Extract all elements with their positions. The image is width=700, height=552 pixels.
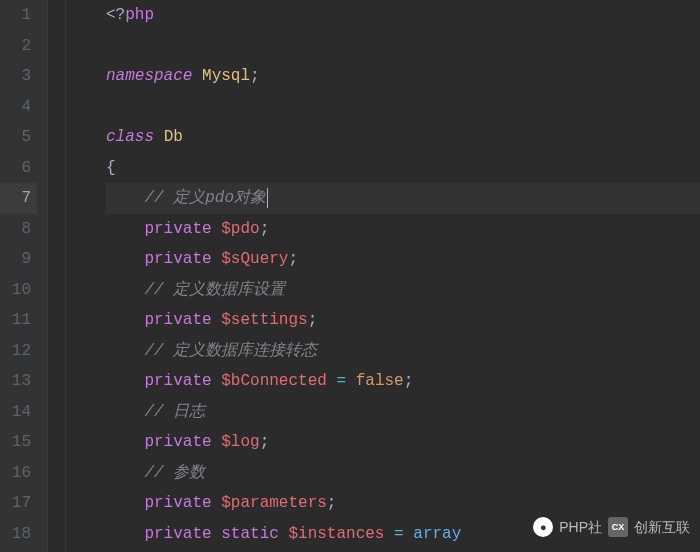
line-number: 9 (0, 244, 37, 275)
line-number: 4 (0, 92, 37, 123)
code-line[interactable]: // 定义数据库连接转态 (106, 336, 700, 367)
watermark: ● PHP社 CX 创新互联 (533, 512, 690, 543)
code-line[interactable]: <?php (106, 0, 700, 31)
code-line[interactable] (106, 31, 700, 62)
code-line[interactable]: private $log; (106, 427, 700, 458)
line-number: 5 (0, 122, 37, 153)
code-line[interactable]: namespace Mysql; (106, 61, 700, 92)
line-number: 13 (0, 366, 37, 397)
code-area[interactable]: <?phpnamespace Mysql;class Db{ // 定义pdo对… (66, 0, 700, 552)
fold-column (48, 0, 66, 552)
code-line[interactable]: // 定义数据库设置 (106, 275, 700, 306)
code-line[interactable]: private $settings; (106, 305, 700, 336)
line-number: 18 (0, 519, 37, 550)
line-number: 17 (0, 488, 37, 519)
line-number: 6 (0, 153, 37, 184)
code-line[interactable]: private $pdo; (106, 214, 700, 245)
line-number: 12 (0, 336, 37, 367)
line-number: 3 (0, 61, 37, 92)
line-number-gutter: 123456789101112131415161718 (0, 0, 48, 552)
wechat-icon: ● (533, 517, 553, 537)
line-number: 8 (0, 214, 37, 245)
line-number: 2 (0, 31, 37, 62)
text-cursor (267, 188, 268, 208)
code-line[interactable]: // 日志 (106, 397, 700, 428)
code-line[interactable]: private $sQuery; (106, 244, 700, 275)
code-line[interactable]: class Db (106, 122, 700, 153)
line-number: 16 (0, 458, 37, 489)
code-line[interactable]: private $bConnected = false; (106, 366, 700, 397)
line-number: 15 (0, 427, 37, 458)
cx-icon: CX (608, 517, 628, 537)
watermark-text-2: 创新互联 (634, 512, 690, 543)
line-number: 10 (0, 275, 37, 306)
line-number: 14 (0, 397, 37, 428)
watermark-text-1: PHP社 (559, 512, 602, 543)
code-line[interactable]: // 定义pdo对象 (106, 183, 700, 214)
code-line[interactable]: { (106, 153, 700, 184)
line-number: 11 (0, 305, 37, 336)
code-line[interactable]: // 参数 (106, 458, 700, 489)
code-editor[interactable]: 123456789101112131415161718 <?phpnamespa… (0, 0, 700, 552)
code-line[interactable] (106, 92, 700, 123)
line-number: 7 (0, 183, 37, 214)
line-number: 1 (0, 0, 37, 31)
